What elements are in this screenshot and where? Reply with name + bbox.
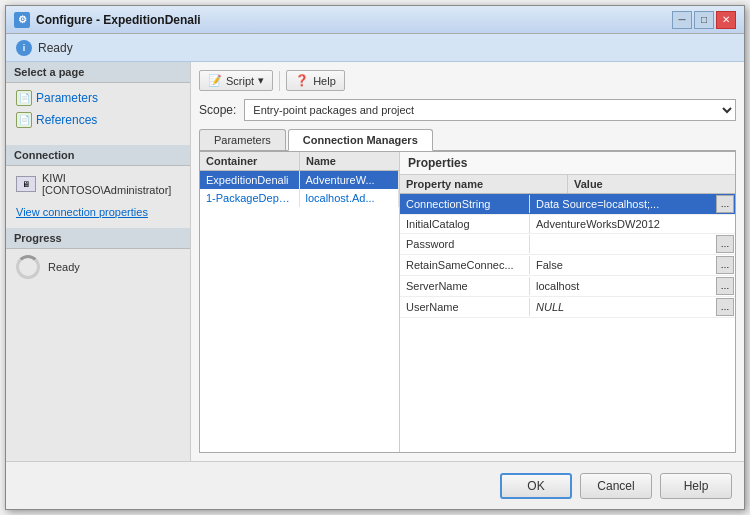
status-text: Ready: [38, 41, 73, 55]
sidebar-item-label: References: [36, 113, 97, 127]
main-content: Select a page 📄 Parameters 📄 References …: [6, 62, 744, 461]
main-window: ⚙ Configure - ExpeditionDenali ─ □ ✕ i R…: [5, 5, 745, 510]
sidebar-item-label: Parameters: [36, 91, 98, 105]
window-title: Configure - ExpeditionDenali: [36, 13, 672, 27]
prop-row[interactable]: Password …: [400, 234, 735, 255]
server-icon: 🖥: [16, 176, 36, 192]
prop-value: False: [530, 256, 715, 274]
help-footer-button[interactable]: Help: [660, 473, 732, 499]
title-bar: ⚙ Configure - ExpeditionDenali ─ □ ✕: [6, 6, 744, 34]
ok-button[interactable]: OK: [500, 473, 572, 499]
cancel-button[interactable]: Cancel: [580, 473, 652, 499]
scope-select[interactable]: Entry-point packages and projectAll pack…: [244, 99, 736, 121]
prop-name: InitialCatalog: [400, 215, 530, 233]
prop-row[interactable]: ServerName localhost …: [400, 276, 735, 297]
properties-panel: Properties Property name Value Connectio…: [400, 152, 735, 452]
help-button[interactable]: ❓ Help: [286, 70, 345, 91]
table-area: Container Name ExpeditionDenali Adventur…: [199, 151, 736, 453]
tabs-container: Parameters Connection Managers: [199, 129, 736, 151]
prop-col-header: Property name Value: [400, 175, 735, 194]
progress-section-header: Progress: [6, 228, 190, 249]
sidebar-section-header: Select a page: [6, 62, 190, 83]
sidebar-item-parameters[interactable]: 📄 Parameters: [10, 87, 186, 109]
progress-status: Ready: [48, 261, 80, 273]
table-row[interactable]: ExpeditionDenali AdventureW...: [200, 171, 399, 189]
prop-row[interactable]: InitialCatalog AdventureWorksDW2012: [400, 215, 735, 234]
progress-section: Progress Ready: [6, 228, 190, 285]
sidebar-items: 📄 Parameters 📄 References: [6, 83, 190, 135]
connection-user: [CONTOSO\Administrator]: [42, 184, 171, 196]
connection-section-header: Connection: [6, 145, 190, 166]
prop-name: UserName: [400, 298, 530, 316]
prop-edit-button[interactable]: …: [716, 235, 734, 253]
properties-header: Properties: [400, 152, 735, 175]
name-col-header: Name: [300, 152, 399, 170]
table-row[interactable]: 1-PackageDepe... localhost.Ad...: [200, 189, 399, 207]
prop-name-col-header: Property name: [400, 175, 568, 193]
connection-section: Connection 🖥 KIWI [CONTOSO\Administrator…: [6, 145, 190, 222]
script-button[interactable]: 📝 Script ▾: [199, 70, 273, 91]
title-buttons: ─ □ ✕: [672, 11, 736, 29]
prop-edit-button[interactable]: …: [716, 195, 734, 213]
bottom-bar: OK Cancel Help: [6, 461, 744, 509]
parameters-icon: 📄: [16, 90, 32, 106]
status-bar: i Ready: [6, 34, 744, 62]
tab-connection-managers[interactable]: Connection Managers: [288, 129, 433, 151]
prop-name: RetainSameConnec...: [400, 256, 530, 274]
progress-spinner: [16, 255, 40, 279]
script-label: Script: [226, 75, 254, 87]
table-header: Container Name: [200, 152, 399, 171]
prop-value: localhost: [530, 277, 715, 295]
help-label: Help: [313, 75, 336, 87]
prop-edit-button[interactable]: …: [716, 298, 734, 316]
table-body: ExpeditionDenali AdventureW... 1-Package…: [200, 171, 399, 452]
connection-details: KIWI [CONTOSO\Administrator]: [42, 172, 171, 196]
maximize-button[interactable]: □: [694, 11, 714, 29]
container-cell: ExpeditionDenali: [200, 171, 300, 189]
left-table: Container Name ExpeditionDenali Adventur…: [200, 152, 400, 452]
toolbar: 📝 Script ▾ ❓ Help: [199, 70, 736, 91]
script-dropdown-icon: ▾: [258, 74, 264, 87]
prop-value-col-header: Value: [568, 175, 735, 193]
name-cell: localhost.Ad...: [300, 189, 400, 207]
help-icon: ❓: [295, 74, 309, 87]
close-button[interactable]: ✕: [716, 11, 736, 29]
view-connection-link[interactable]: View connection properties: [6, 202, 190, 222]
prop-value: [530, 241, 715, 247]
minimize-button[interactable]: ─: [672, 11, 692, 29]
prop-edit-button[interactable]: …: [716, 277, 734, 295]
tab-parameters[interactable]: Parameters: [199, 129, 286, 150]
connection-server: KIWI: [42, 172, 171, 184]
container-col-header: Container: [200, 152, 300, 170]
scope-label: Scope:: [199, 103, 236, 117]
prop-row[interactable]: ConnectionString Data Source=localhost;.…: [400, 194, 735, 215]
prop-row[interactable]: UserName NULL …: [400, 297, 735, 318]
references-icon: 📄: [16, 112, 32, 128]
properties-rows: ConnectionString Data Source=localhost;.…: [400, 194, 735, 318]
prop-edit-button[interactable]: …: [716, 256, 734, 274]
prop-name: ServerName: [400, 277, 530, 295]
prop-name: Password: [400, 235, 530, 253]
sidebar: Select a page 📄 Parameters 📄 References …: [6, 62, 191, 461]
prop-value: NULL: [530, 298, 715, 316]
progress-content: Ready: [6, 249, 190, 285]
prop-row[interactable]: RetainSameConnec... False …: [400, 255, 735, 276]
name-cell: AdventureW...: [300, 171, 400, 189]
container-cell: 1-PackageDepe...: [200, 189, 300, 207]
scope-row: Scope: Entry-point packages and projectA…: [199, 99, 736, 121]
prop-name: ConnectionString: [400, 195, 530, 213]
toolbar-divider: [279, 71, 280, 91]
sidebar-item-references[interactable]: 📄 References: [10, 109, 186, 131]
prop-value: AdventureWorksDW2012: [530, 215, 735, 233]
info-icon: i: [16, 40, 32, 56]
right-panel: 📝 Script ▾ ❓ Help Scope: Entry-point pac…: [191, 62, 744, 461]
connection-info: 🖥 KIWI [CONTOSO\Administrator]: [6, 166, 190, 202]
script-icon: 📝: [208, 74, 222, 87]
prop-value: Data Source=localhost;...: [530, 195, 715, 213]
window-icon: ⚙: [14, 12, 30, 28]
